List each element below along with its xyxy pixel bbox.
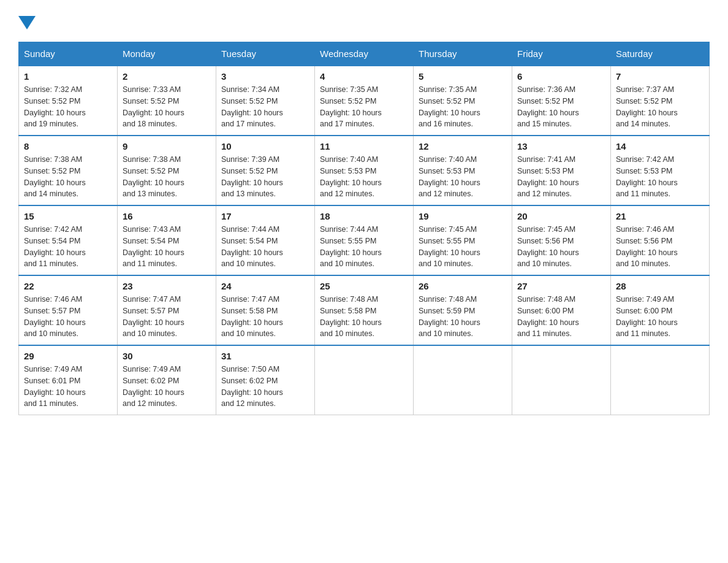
day-info: Sunrise: 7:34 AMSunset: 5:52 PMDaylight:…	[221, 85, 283, 128]
day-number: 11	[320, 141, 408, 151]
day-number: 19	[419, 211, 507, 221]
day-number: 13	[517, 141, 605, 151]
day-info: Sunrise: 7:45 AMSunset: 5:55 PMDaylight:…	[419, 225, 480, 268]
day-info: Sunrise: 7:36 AMSunset: 5:52 PMDaylight:…	[517, 85, 579, 128]
calendar-week-row: 8 Sunrise: 7:38 AMSunset: 5:52 PMDayligh…	[19, 136, 710, 205]
calendar-cell: 29 Sunrise: 7:49 AMSunset: 6:01 PMDaylig…	[19, 345, 118, 415]
calendar-cell: 12 Sunrise: 7:40 AMSunset: 5:53 PMDaylig…	[414, 136, 512, 205]
day-info: Sunrise: 7:33 AMSunset: 5:52 PMDaylight:…	[123, 85, 184, 128]
calendar-cell: 16 Sunrise: 7:43 AMSunset: 5:54 PMDaylig…	[118, 205, 216, 275]
logo-triangle-icon	[18, 16, 36, 29]
column-header-thursday: Thursday	[414, 42, 512, 66]
calendar-cell: 13 Sunrise: 7:41 AMSunset: 5:53 PMDaylig…	[512, 136, 611, 205]
day-number: 5	[419, 71, 507, 82]
day-info: Sunrise: 7:38 AMSunset: 5:52 PMDaylight:…	[24, 155, 86, 198]
day-info: Sunrise: 7:43 AMSunset: 5:54 PMDaylight:…	[123, 225, 184, 268]
calendar-cell	[611, 345, 710, 415]
day-number: 18	[320, 211, 408, 221]
calendar-cell: 28 Sunrise: 7:49 AMSunset: 6:00 PMDaylig…	[611, 275, 710, 345]
day-info: Sunrise: 7:46 AMSunset: 5:56 PMDaylight:…	[616, 225, 678, 268]
day-info: Sunrise: 7:44 AMSunset: 5:54 PMDaylight:…	[221, 225, 283, 268]
calendar-cell: 23 Sunrise: 7:47 AMSunset: 5:57 PMDaylig…	[118, 275, 216, 345]
day-info: Sunrise: 7:50 AMSunset: 6:02 PMDaylight:…	[221, 365, 283, 408]
calendar-cell: 31 Sunrise: 7:50 AMSunset: 6:02 PMDaylig…	[216, 345, 315, 415]
calendar-cell	[414, 345, 512, 415]
column-header-sunday: Sunday	[19, 42, 118, 66]
day-info: Sunrise: 7:37 AMSunset: 5:52 PMDaylight:…	[616, 85, 678, 128]
column-header-wednesday: Wednesday	[315, 42, 414, 66]
calendar-cell: 21 Sunrise: 7:46 AMSunset: 5:56 PMDaylig…	[611, 205, 710, 275]
day-number: 3	[221, 71, 309, 82]
day-info: Sunrise: 7:48 AMSunset: 5:58 PMDaylight:…	[320, 295, 382, 338]
day-number: 10	[221, 141, 309, 151]
column-header-tuesday: Tuesday	[216, 42, 315, 66]
column-header-saturday: Saturday	[611, 42, 710, 66]
day-info: Sunrise: 7:45 AMSunset: 5:56 PMDaylight:…	[517, 225, 579, 268]
day-info: Sunrise: 7:35 AMSunset: 5:52 PMDaylight:…	[320, 85, 382, 128]
calendar-cell: 7 Sunrise: 7:37 AMSunset: 5:52 PMDayligh…	[611, 66, 710, 136]
day-number: 28	[616, 281, 704, 291]
day-number: 27	[517, 281, 605, 291]
day-number: 22	[24, 281, 112, 291]
calendar-cell: 11 Sunrise: 7:40 AMSunset: 5:53 PMDaylig…	[315, 136, 414, 205]
day-number: 7	[616, 71, 704, 82]
calendar-cell: 3 Sunrise: 7:34 AMSunset: 5:52 PMDayligh…	[216, 66, 315, 136]
calendar-header-row: SundayMondayTuesdayWednesdayThursdayFrid…	[19, 42, 710, 66]
calendar-cell: 18 Sunrise: 7:44 AMSunset: 5:55 PMDaylig…	[315, 205, 414, 275]
calendar-cell: 25 Sunrise: 7:48 AMSunset: 5:58 PMDaylig…	[315, 275, 414, 345]
calendar-cell	[512, 345, 611, 415]
day-number: 20	[517, 211, 605, 221]
day-number: 15	[24, 211, 112, 221]
calendar-cell: 14 Sunrise: 7:42 AMSunset: 5:53 PMDaylig…	[611, 136, 710, 205]
calendar-cell: 20 Sunrise: 7:45 AMSunset: 5:56 PMDaylig…	[512, 205, 611, 275]
day-number: 1	[24, 71, 112, 82]
calendar-table: SundayMondayTuesdayWednesdayThursdayFrid…	[18, 42, 710, 415]
day-number: 24	[221, 281, 309, 291]
day-number: 25	[320, 281, 408, 291]
calendar-week-row: 15 Sunrise: 7:42 AMSunset: 5:54 PMDaylig…	[19, 205, 710, 275]
day-info: Sunrise: 7:42 AMSunset: 5:53 PMDaylight:…	[616, 155, 678, 198]
day-number: 29	[24, 351, 112, 361]
calendar-cell: 26 Sunrise: 7:48 AMSunset: 5:59 PMDaylig…	[414, 275, 512, 345]
calendar-cell: 22 Sunrise: 7:46 AMSunset: 5:57 PMDaylig…	[19, 275, 118, 345]
column-header-monday: Monday	[118, 42, 216, 66]
day-number: 2	[123, 71, 211, 82]
day-number: 6	[517, 71, 605, 82]
day-info: Sunrise: 7:47 AMSunset: 5:57 PMDaylight:…	[123, 295, 184, 338]
day-info: Sunrise: 7:40 AMSunset: 5:53 PMDaylight:…	[320, 155, 382, 198]
calendar-cell	[315, 345, 414, 415]
calendar-week-row: 29 Sunrise: 7:49 AMSunset: 6:01 PMDaylig…	[19, 345, 710, 415]
day-number: 23	[123, 281, 211, 291]
day-info: Sunrise: 7:35 AMSunset: 5:52 PMDaylight:…	[419, 85, 480, 128]
day-number: 31	[221, 351, 309, 361]
day-number: 9	[123, 141, 211, 151]
day-number: 8	[24, 141, 112, 151]
day-info: Sunrise: 7:42 AMSunset: 5:54 PMDaylight:…	[24, 225, 86, 268]
day-number: 30	[123, 351, 211, 361]
day-number: 16	[123, 211, 211, 221]
calendar-cell: 19 Sunrise: 7:45 AMSunset: 5:55 PMDaylig…	[414, 205, 512, 275]
calendar-week-row: 22 Sunrise: 7:46 AMSunset: 5:57 PMDaylig…	[19, 275, 710, 345]
logo	[18, 12, 36, 29]
day-number: 14	[616, 141, 704, 151]
calendar-cell: 30 Sunrise: 7:49 AMSunset: 6:02 PMDaylig…	[118, 345, 216, 415]
day-info: Sunrise: 7:40 AMSunset: 5:53 PMDaylight:…	[419, 155, 480, 198]
calendar-cell: 17 Sunrise: 7:44 AMSunset: 5:54 PMDaylig…	[216, 205, 315, 275]
calendar-cell: 9 Sunrise: 7:38 AMSunset: 5:52 PMDayligh…	[118, 136, 216, 205]
day-info: Sunrise: 7:49 AMSunset: 6:01 PMDaylight:…	[24, 365, 86, 408]
day-info: Sunrise: 7:48 AMSunset: 5:59 PMDaylight:…	[419, 295, 480, 338]
day-number: 21	[616, 211, 704, 221]
calendar-cell: 8 Sunrise: 7:38 AMSunset: 5:52 PMDayligh…	[19, 136, 118, 205]
calendar-cell: 10 Sunrise: 7:39 AMSunset: 5:52 PMDaylig…	[216, 136, 315, 205]
day-info: Sunrise: 7:47 AMSunset: 5:58 PMDaylight:…	[221, 295, 283, 338]
day-number: 17	[221, 211, 309, 221]
column-header-friday: Friday	[512, 42, 611, 66]
day-info: Sunrise: 7:49 AMSunset: 6:00 PMDaylight:…	[616, 295, 678, 338]
calendar-cell: 5 Sunrise: 7:35 AMSunset: 5:52 PMDayligh…	[414, 66, 512, 136]
day-number: 4	[320, 71, 408, 82]
day-info: Sunrise: 7:44 AMSunset: 5:55 PMDaylight:…	[320, 225, 382, 268]
calendar-week-row: 1 Sunrise: 7:32 AMSunset: 5:52 PMDayligh…	[19, 66, 710, 136]
calendar-cell: 6 Sunrise: 7:36 AMSunset: 5:52 PMDayligh…	[512, 66, 611, 136]
day-info: Sunrise: 7:41 AMSunset: 5:53 PMDaylight:…	[517, 155, 579, 198]
day-number: 26	[419, 281, 507, 291]
